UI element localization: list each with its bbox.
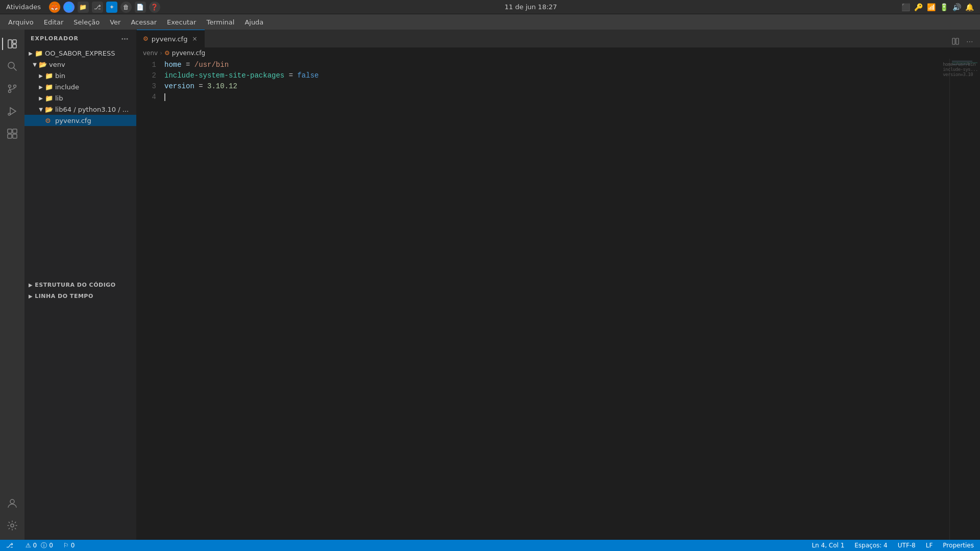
menu-ver[interactable]: Ver (106, 16, 125, 28)
line-number-2: 2 (152, 70, 156, 81)
bin-folder-icon: 📁 (45, 72, 53, 80)
language-text: Properties (943, 542, 974, 549)
editor-container: ⚙ pyvenv.cfg × ⋯ venv › (137, 30, 980, 540)
minimap: home=/usr/bininclude-sys...version=3.10 (949, 59, 980, 540)
menu-ajuda[interactable]: Ajuda (240, 16, 267, 28)
extensions-icon[interactable] (2, 123, 22, 144)
menu-bar: Arquivo Editar Seleção Ver Acessar Execu… (0, 14, 980, 30)
code-area[interactable]: home = /usr/bin include-system-site-pack… (162, 59, 949, 540)
svg-point-6 (14, 85, 16, 88)
tree-venv[interactable]: ▼ 📂 venv (24, 59, 136, 70)
tree-lib[interactable]: ▶ 📁 lib (24, 92, 136, 104)
tree-bin[interactable]: ▶ 📁 bin (24, 70, 136, 81)
activities-button[interactable]: Atividades (6, 3, 41, 11)
venv-arrow: ▼ (31, 62, 39, 67)
token-version-op: = (194, 81, 207, 92)
git-changes-count: 0 (71, 542, 75, 549)
menu-editar[interactable]: Editar (40, 16, 68, 28)
cursor (164, 93, 165, 101)
bin-arrow: ▶ (37, 73, 45, 79)
taskbar-top: Atividades 🦊 🌐 📁 ⎇ ✦ 🗑 📄 ❓ 11 de jun 18:… (0, 0, 980, 14)
breadcrumb-pyvenv-cfg[interactable]: pyvenv.cfg (172, 49, 205, 57)
token-home-key: home (164, 60, 182, 70)
sidebar-more-icon[interactable]: ⋯ (120, 34, 130, 44)
taskbar-git-icon[interactable]: ⎇ (92, 2, 103, 13)
menu-arquivo[interactable]: Arquivo (4, 16, 38, 28)
status-spaces[interactable]: Espaços: 4 (852, 540, 890, 551)
taskbar-help-icon[interactable]: ❓ (149, 2, 160, 13)
sidebar: Explorador ⋯ ▶ 📁 OO_SABOR_EXPRESS ▼ 📂 ve… (24, 30, 137, 540)
more-tab-actions-button[interactable]: ⋯ (964, 35, 976, 47)
taskbar-right: ⬛ 🔑 📶 🔋 🔊 🔔 (901, 3, 974, 11)
taskbar-firefox-icon[interactable]: 🦊 (49, 2, 60, 13)
tray-bell-icon: 🔔 (965, 3, 974, 11)
git-changes-icon: ⚐ (63, 542, 69, 549)
taskbar-trash-icon[interactable]: 🗑 (120, 2, 132, 13)
tab-close-button[interactable]: × (190, 35, 199, 43)
git-branch-icon: ⎇ (6, 542, 13, 549)
status-bar-left: ⎇ ⚠ 0 ⓘ 0 ⚐ 0 (4, 540, 77, 551)
menu-acessar[interactable]: Acessar (127, 16, 161, 28)
run-icon[interactable] (2, 101, 22, 121)
status-bar-right: Ln 4, Col 1 Espaços: 4 UTF-8 LF Properti… (810, 540, 976, 551)
menu-executar[interactable]: Executar (163, 16, 200, 28)
svg-point-7 (9, 85, 11, 88)
section-timeline-label: LINHA DO TEMPO (35, 293, 93, 299)
token-include-val: false (297, 70, 318, 81)
venv-label: venv (49, 61, 65, 68)
status-errors[interactable]: ⚠ 0 ⓘ 0 (23, 540, 55, 551)
sidebar-title: Explorador (31, 35, 79, 42)
token-version-key: version (164, 81, 194, 92)
menu-terminal[interactable]: Terminal (202, 16, 238, 28)
line-numbers: 1 2 3 4 (137, 59, 162, 540)
breadcrumb: venv › ⚙ pyvenv.cfg (137, 47, 980, 59)
tab-pyvenv-cfg[interactable]: ⚙ pyvenv.cfg × (137, 30, 205, 47)
taskbar-notes-icon[interactable]: 📄 (135, 2, 146, 13)
encoding-text: UTF-8 (898, 542, 916, 549)
split-editor-button[interactable] (949, 35, 962, 47)
token-home-val: /usr/bin (194, 60, 229, 70)
taskbar-datetime: 11 de jun 18:27 (505, 3, 557, 11)
tray-indicator-icon: ⬛ (901, 3, 910, 11)
warnings-count: 0 (49, 542, 53, 549)
ln-col-text: Ln 4, Col 1 (812, 542, 844, 549)
status-bar: ⎇ ⚠ 0 ⓘ 0 ⚐ 0 Ln 4, Col 1 Espaços: 4 UT (0, 540, 980, 551)
section-structure[interactable]: ▶ ESTRUTURA DO CÓDIGO (24, 279, 136, 290)
editor-body[interactable]: 1 2 3 4 home = /usr/bin include-syste (137, 59, 980, 540)
status-git-changes[interactable]: ⚐ 0 (61, 540, 77, 551)
taskbar-vscode-icon[interactable]: ✦ (106, 2, 117, 13)
status-encoding[interactable]: UTF-8 (896, 540, 918, 551)
timeline-arrow: ▶ (29, 293, 33, 299)
include-arrow: ▶ (37, 84, 45, 90)
lib64-label: lib64 / python3.10 / ... (55, 106, 129, 113)
svg-rect-0 (8, 40, 12, 48)
tree-lib64[interactable]: ▼ 📂 lib64 / python3.10 / ... (24, 104, 136, 115)
status-line-ending[interactable]: LF (924, 540, 935, 551)
svg-point-15 (10, 499, 14, 504)
status-language[interactable]: Properties (941, 540, 976, 551)
tree-include[interactable]: ▶ 📁 include (24, 81, 136, 92)
source-control-icon[interactable] (2, 79, 22, 99)
status-git-branch[interactable]: ⎇ (4, 540, 17, 551)
taskbar-files-icon[interactable]: 📁 (78, 2, 89, 13)
section-timeline[interactable]: ▶ LINHA DO TEMPO (24, 290, 136, 302)
search-icon[interactable] (2, 56, 22, 77)
code-line-2: include-system-site-packages = false (162, 70, 949, 81)
menu-selecao[interactable]: Seleção (69, 16, 104, 28)
settings-icon[interactable] (2, 515, 22, 536)
taskbar-left: Atividades 🦊 🌐 📁 ⎇ ✦ 🗑 📄 ❓ (6, 2, 160, 13)
explorer-icon[interactable] (2, 34, 22, 54)
sidebar-sections: ▶ ESTRUTURA DO CÓDIGO ▶ LINHA DO TEMPO (24, 279, 136, 302)
account-icon[interactable] (2, 493, 22, 513)
svg-rect-12 (13, 129, 17, 133)
svg-rect-13 (8, 134, 12, 138)
project-arrow: ▶ (27, 51, 35, 56)
lib64-folder-icon: 📂 (45, 106, 53, 113)
venv-folder-icon: 📂 (39, 61, 47, 68)
line-number-1: 1 (152, 60, 156, 70)
status-ln-col[interactable]: Ln 4, Col 1 (810, 540, 846, 551)
tree-project-root[interactable]: ▶ 📁 OO_SABOR_EXPRESS (24, 47, 136, 59)
taskbar-chrome-icon[interactable]: 🌐 (63, 2, 75, 13)
breadcrumb-venv[interactable]: venv (143, 49, 158, 57)
tree-pyvenv-cfg[interactable]: ⚙ pyvenv.cfg (24, 115, 136, 126)
